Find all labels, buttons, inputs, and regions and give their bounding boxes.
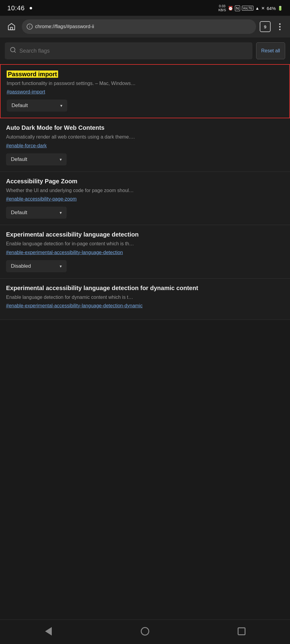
nav-back-button[interactable] xyxy=(39,625,58,638)
home-button[interactable] xyxy=(5,20,18,33)
dropdown-arrow-icon: ▾ xyxy=(60,103,62,108)
flag-dropdown-value: Default xyxy=(11,210,27,216)
flag-link[interactable]: #password-import xyxy=(7,89,283,95)
status-dot xyxy=(30,7,32,9)
search-area: Reset all xyxy=(0,38,290,64)
flag-title-highlighted: Password import xyxy=(7,70,58,78)
url-bar[interactable]: i chrome://flags/#password-ii xyxy=(22,19,256,34)
flag-title: Experimental accessibility language dete… xyxy=(6,231,284,238)
flag-item: Experimental accessibility language dete… xyxy=(0,279,290,320)
search-icon xyxy=(10,47,16,55)
battery-text: 64% xyxy=(267,6,276,11)
flag-dropdown-value: Default xyxy=(12,103,28,109)
dropdown-arrow-icon: ▾ xyxy=(60,210,62,215)
signal-icon: ✕ xyxy=(261,6,265,11)
flag-dropdown[interactable]: Default ▾ xyxy=(6,207,67,219)
alarm-icon: ⏰ xyxy=(228,6,233,11)
url-text: chrome://flags/#password-ii xyxy=(35,24,251,29)
flag-dropdown[interactable]: Default ▾ xyxy=(6,153,67,165)
volte-icon: VoLTE xyxy=(242,6,253,11)
info-icon: i xyxy=(27,24,33,30)
recents-square-icon xyxy=(238,627,246,635)
flag-description: Whether the UI and underlying code for p… xyxy=(6,187,284,194)
flag-item: Experimental accessibility language dete… xyxy=(0,225,290,278)
flag-description: Automatically render all web contents us… xyxy=(6,134,284,140)
flag-item: Password import Import functionality in … xyxy=(0,64,290,118)
flag-link[interactable]: #enable-experimental-accessibility-langu… xyxy=(6,303,284,309)
flag-link[interactable]: #enable-force-dark xyxy=(6,143,284,149)
tab-count-button[interactable]: 9 xyxy=(260,21,271,32)
wifi-icon: ▲ xyxy=(255,6,259,11)
flags-container: Password import Import functionality in … xyxy=(0,64,290,320)
flag-dropdown-value: Default xyxy=(11,156,27,162)
flag-dropdown[interactable]: Disabled ▾ xyxy=(6,260,67,272)
home-circle-icon xyxy=(141,627,149,636)
tab-count: 9 xyxy=(264,24,266,29)
status-bar: 10:46 0.03KB/S ⏰ N VoLTE ▲ ✕ 64% 🔋 xyxy=(0,0,290,16)
nav-home-button[interactable] xyxy=(136,625,154,638)
flag-title: Password import xyxy=(7,71,283,78)
flag-item: Accessibility Page Zoom Whether the UI a… xyxy=(0,172,290,225)
flag-title: Accessibility Page Zoom xyxy=(6,178,284,185)
reset-all-label: Reset all xyxy=(261,48,280,54)
flag-link[interactable]: #enable-experimental-accessibility-langu… xyxy=(6,250,284,255)
search-input-wrap xyxy=(5,42,252,59)
status-kbs: 0.03KB/S xyxy=(218,4,226,12)
flag-description: Import functionality in password setting… xyxy=(7,80,283,87)
status-left: 10:46 xyxy=(7,4,32,12)
flag-dropdown-value: Disabled xyxy=(11,263,31,269)
flag-item: Auto Dark Mode for Web Contents Automati… xyxy=(0,118,290,172)
reset-all-button[interactable]: Reset all xyxy=(256,42,285,59)
browser-toolbar: i chrome://flags/#password-ii 9 xyxy=(0,16,290,38)
nfc-icon: N xyxy=(235,5,240,11)
flag-description: Enable language detection for in-page co… xyxy=(6,240,284,247)
search-input[interactable] xyxy=(19,48,248,54)
flag-dropdown[interactable]: Default ▾ xyxy=(7,100,67,112)
nav-recents-button[interactable] xyxy=(232,625,251,638)
flag-description: Enable language detection for dynamic co… xyxy=(6,294,284,301)
flag-link[interactable]: #enable-accessibility-page-zoom xyxy=(6,196,284,202)
svg-rect-0 xyxy=(11,27,13,30)
status-right: 0.03KB/S ⏰ N VoLTE ▲ ✕ 64% 🔋 xyxy=(218,4,283,12)
battery-icon: 🔋 xyxy=(278,6,283,11)
back-icon xyxy=(45,627,52,636)
vertical-dots-icon xyxy=(279,23,281,30)
flag-title: Auto Dark Mode for Web Contents xyxy=(6,124,284,131)
svg-line-2 xyxy=(14,51,15,52)
nav-bar xyxy=(0,619,290,644)
more-options-button[interactable] xyxy=(274,21,285,32)
status-time: 10:46 xyxy=(7,4,25,12)
dropdown-arrow-icon: ▾ xyxy=(60,157,62,162)
flag-title: Experimental accessibility language dete… xyxy=(6,285,284,292)
dropdown-arrow-icon: ▾ xyxy=(60,264,62,269)
